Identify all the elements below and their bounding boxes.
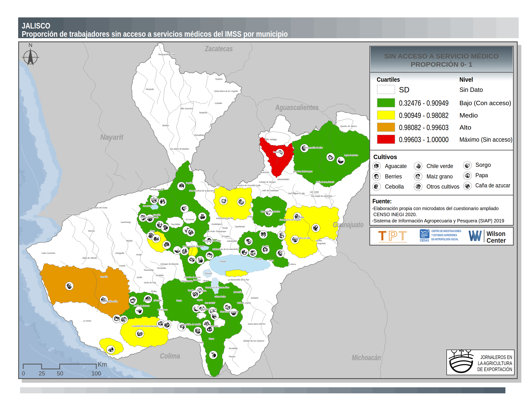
svg-text:-Elaboración propia con microd: -Elaboración propia con microdatos del c…	[372, 206, 499, 211]
svg-text:Aguacate: Aguacate	[385, 163, 407, 169]
svg-text:Berries: Berries	[385, 173, 402, 180]
svg-text:Maíz grano: Maíz grano	[427, 173, 453, 180]
svg-text:CENTRO DE INVESTIGACIONES: CENTRO DE INVESTIGACIONES	[431, 229, 461, 233]
svg-text:Center: Center	[486, 237, 506, 244]
svg-text:Nivel: Nivel	[459, 76, 473, 83]
svg-text:LA AGRICULTURA: LA AGRICULTURA	[478, 360, 512, 366]
svg-text:Wilson: Wilson	[486, 230, 505, 237]
svg-text:Caña de azucar: Caña de azucar	[475, 182, 510, 188]
svg-text:SD: SD	[399, 86, 409, 94]
svg-text:Cuartiles: Cuartiles	[377, 76, 400, 83]
svg-text:P: P	[388, 228, 397, 243]
svg-text:Cultivos: Cultivos	[373, 154, 397, 160]
svg-text:Papa: Papa	[475, 172, 488, 178]
svg-text:JORNALEROS EN: JORNALEROS EN	[481, 354, 512, 360]
svg-text:T: T	[378, 228, 388, 243]
svg-text:CENSO INEGI 2020.: CENSO INEGI 2020.	[373, 212, 417, 217]
svg-text:Sin Dato: Sin Dato	[459, 86, 483, 93]
svg-text:Chile verde: Chile verde	[427, 163, 453, 169]
svg-text:Proporción de trabajadores sin: Proporción de trabajadores sin acceso a …	[22, 29, 288, 38]
svg-text:DE EXPORTACIÓN: DE EXPORTACIÓN	[477, 366, 512, 372]
svg-text:Máximo (Sin acceso): Máximo (Sin acceso)	[459, 136, 513, 143]
svg-text:SIN ACCESO A SERVICIO MÉDICO: SIN ACCESO A SERVICIO MÉDICO	[384, 52, 499, 60]
svg-text:0.32476 - 0.90949: 0.32476 - 0.90949	[399, 99, 449, 107]
svg-text:Alto: Alto	[459, 124, 471, 131]
svg-text:Y ESTUDIOS SUPERIORES: Y ESTUDIOS SUPERIORES	[431, 234, 457, 237]
svg-text:Cebolla: Cebolla	[385, 183, 404, 190]
svg-text:CIESAS: CIESAS	[420, 238, 429, 242]
svg-text:0.99603 - 1.00000: 0.99603 - 1.00000	[399, 135, 449, 144]
svg-text:-Sistema de Información Agrope: -Sistema de Información Agropecuaria y P…	[372, 218, 504, 223]
svg-text:Sorgo: Sorgo	[475, 161, 491, 168]
svg-text:EN ANTROPOLOGÍA SOCIAL: EN ANTROPOLOGÍA SOCIAL	[431, 237, 458, 241]
svg-text:0.90949 - 0.98082: 0.90949 - 0.98082	[399, 111, 449, 120]
svg-text:Bajo (Con acceso): Bajo (Con acceso)	[459, 99, 511, 107]
svg-text:ATRAVESANDO FRONTERAS: ATRAVESANDO FRONTERAS	[379, 242, 407, 243]
svg-text:PROPORCIÓN 0- 1: PROPORCIÓN 0- 1	[411, 61, 473, 68]
svg-text:T: T	[399, 228, 407, 243]
svg-text:JALISCO: JALISCO	[22, 21, 50, 30]
svg-text:Fuente:: Fuente:	[372, 198, 392, 205]
svg-text:0.98082 - 0.99603: 0.98082 - 0.99603	[399, 123, 449, 132]
svg-text:Medio: Medio	[459, 112, 478, 119]
svg-text:Otros cultivos: Otros cultivos	[427, 183, 459, 190]
